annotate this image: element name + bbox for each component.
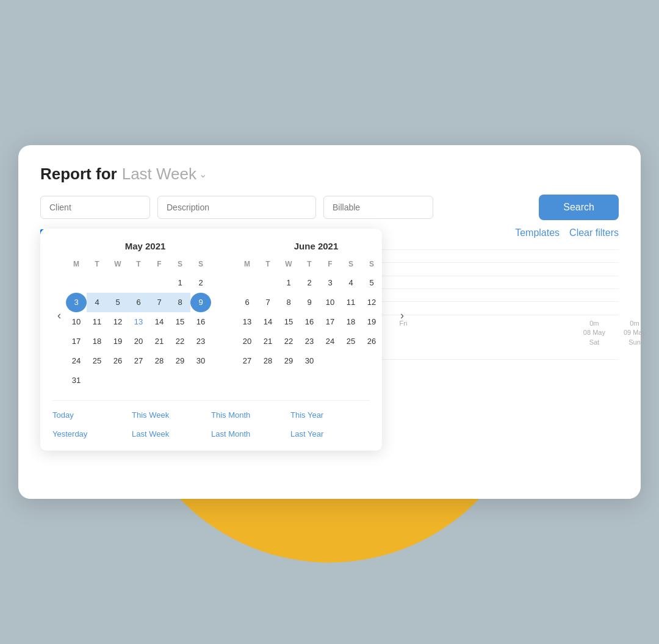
client-input[interactable]: [40, 196, 150, 219]
may-title: May 2021: [66, 241, 225, 251]
search-button[interactable]: Search: [539, 195, 619, 220]
calendar-day[interactable]: 31: [66, 371, 87, 390]
report-period-dropdown[interactable]: Last Week: [122, 165, 196, 184]
main-card: Report for Last Week ⌄ ‹ May 2021 MTWTFS…: [18, 145, 641, 499]
calendar-dow: W: [278, 257, 299, 273]
calendar-day[interactable]: 9: [190, 293, 211, 312]
templates-link[interactable]: Templates: [515, 227, 560, 238]
calendar-day[interactable]: 3: [66, 293, 87, 312]
calendar-dow: T: [87, 257, 107, 273]
june-grid: MTWTFSS123456789101112131415161718192021…: [237, 257, 395, 390]
calendar-day[interactable]: 11: [340, 293, 361, 312]
calendar-day[interactable]: 6: [128, 293, 149, 312]
calendar-day[interactable]: 30: [190, 351, 211, 371]
calendar-shortcut[interactable]: This Month: [211, 408, 290, 422]
calendar-day[interactable]: 12: [361, 293, 382, 312]
calendar-day[interactable]: 27: [237, 351, 257, 371]
calendar-day[interactable]: 29: [170, 351, 190, 371]
calendar-dow: S: [361, 257, 382, 273]
calendar-day[interactable]: 27: [128, 351, 149, 371]
calendar-day[interactable]: 26: [107, 351, 128, 371]
calendar-shortcut[interactable]: This Year: [290, 408, 370, 422]
calendar-day[interactable]: 24: [320, 332, 340, 351]
calendar-day[interactable]: 18: [87, 332, 107, 351]
calendar-day[interactable]: 11: [87, 312, 107, 332]
calendar-dow: M: [237, 257, 257, 273]
calendar-dow: T: [257, 257, 278, 273]
calendar-shortcut[interactable]: This Week: [132, 408, 211, 422]
calendar-shortcut[interactable]: Last Week: [132, 427, 211, 441]
filters-row: ‹ May 2021 MTWTFSS1234567891011121314151…: [40, 195, 619, 220]
calendar-day[interactable]: 19: [107, 332, 128, 351]
calendar-day[interactable]: 15: [278, 312, 299, 332]
calendar-dow: T: [128, 257, 149, 273]
calendar-day[interactable]: 16: [299, 312, 320, 332]
filters-area: ‹ May 2021 MTWTFSS1234567891011121314151…: [40, 195, 619, 238]
calendar-day[interactable]: 4: [87, 293, 107, 312]
calendar-day[interactable]: 12: [107, 312, 128, 332]
calendar-day[interactable]: 15: [170, 312, 190, 332]
calendar-day[interactable]: 17: [66, 332, 87, 351]
calendar-dow: S: [190, 257, 211, 273]
calendar-day[interactable]: 29: [278, 351, 299, 371]
report-for-label: Report for: [40, 165, 117, 184]
calendar-day[interactable]: 8: [170, 293, 190, 312]
calendar-shortcut[interactable]: Yesterday: [52, 427, 132, 441]
calendar-shortcut[interactable]: Today: [52, 408, 132, 422]
calendar-day[interactable]: 24: [66, 351, 87, 371]
calendar-day[interactable]: 19: [361, 312, 382, 332]
calendar-day[interactable]: 26: [361, 332, 382, 351]
report-header: Report for Last Week ⌄: [40, 165, 619, 184]
calendar-shortcut[interactable]: Last Year: [290, 427, 370, 441]
calendar-next-button[interactable]: ›: [395, 309, 409, 322]
calendar-day[interactable]: 25: [87, 351, 107, 371]
calendar-shortcuts: TodayThis WeekThis MonthThis YearYesterd…: [52, 400, 370, 441]
calendar-dow: F: [149, 257, 170, 273]
calendar-prev-button[interactable]: ‹: [52, 309, 66, 322]
calendar-day[interactable]: 14: [257, 312, 278, 332]
chart-time-label: 0m08 MaySat: [583, 319, 605, 347]
calendar-day[interactable]: 10: [66, 312, 87, 332]
calendar-day[interactable]: 13: [237, 312, 257, 332]
calendar-day[interactable]: 18: [340, 312, 361, 332]
calendar-day[interactable]: 10: [320, 293, 340, 312]
calendar-day[interactable]: 28: [257, 351, 278, 371]
calendar-day[interactable]: 28: [149, 351, 170, 371]
calendar-day[interactable]: 9: [299, 293, 320, 312]
calendar-day[interactable]: 5: [361, 273, 382, 293]
calendar-day[interactable]: 25: [340, 332, 361, 351]
calendar-months: May 2021 MTWTFSS123456789101112131415161…: [66, 241, 395, 390]
calendar-dow: T: [299, 257, 320, 273]
calendar-day[interactable]: 17: [320, 312, 340, 332]
calendar-day[interactable]: 30: [299, 351, 320, 371]
calendar-day[interactable]: 21: [149, 332, 170, 351]
calendar-day[interactable]: 23: [190, 332, 211, 351]
calendar-day[interactable]: 20: [128, 332, 149, 351]
calendar-day[interactable]: 1: [278, 273, 299, 293]
calendar-day[interactable]: 22: [170, 332, 190, 351]
calendar-day[interactable]: 23: [299, 332, 320, 351]
clear-filters-link[interactable]: Clear filters: [569, 227, 619, 238]
calendar-day[interactable]: 7: [257, 293, 278, 312]
calendar-day[interactable]: 6: [237, 293, 257, 312]
calendar-day[interactable]: 16: [190, 312, 211, 332]
calendar-day[interactable]: 8: [278, 293, 299, 312]
calendar-day[interactable]: 21: [257, 332, 278, 351]
calendar-day[interactable]: 1: [170, 273, 190, 293]
description-input[interactable]: [157, 196, 316, 219]
calendar-day[interactable]: 7: [149, 293, 170, 312]
calendar-day[interactable]: 4: [340, 273, 361, 293]
calendar-shortcut[interactable]: Last Month: [211, 427, 290, 441]
calendar-day[interactable]: 14: [149, 312, 170, 332]
billable-input[interactable]: [323, 196, 433, 219]
calendar-day[interactable]: 3: [320, 273, 340, 293]
calendar-day[interactable]: 22: [278, 332, 299, 351]
calendar-day[interactable]: 2: [190, 273, 211, 293]
calendar-day[interactable]: 20: [237, 332, 257, 351]
calendar-dow: M: [66, 257, 87, 273]
calendar-day[interactable]: 2: [299, 273, 320, 293]
chart-time-label: 0m09 MaySun: [624, 319, 646, 347]
calendar-day[interactable]: 5: [107, 293, 128, 312]
period-chevron-icon[interactable]: ⌄: [199, 168, 207, 180]
calendar-day[interactable]: 13: [128, 312, 149, 332]
